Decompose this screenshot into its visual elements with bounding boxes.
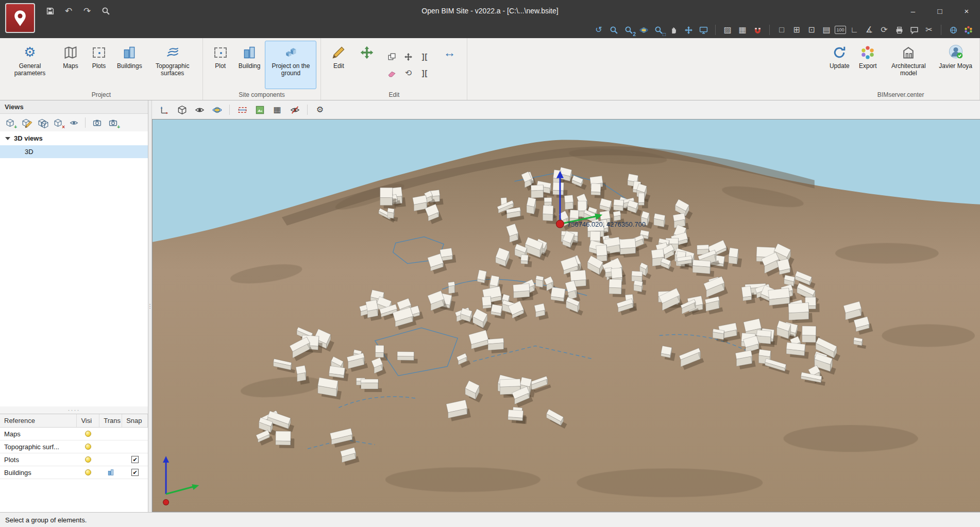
user-account-button[interactable]: Javier Moya (936, 41, 975, 89)
isometric-view-button[interactable] (175, 103, 189, 116)
move-view-button[interactable] (682, 24, 695, 36)
visibility-button[interactable] (192, 103, 207, 116)
tree-item-3d[interactable]: 3D (0, 145, 148, 158)
search-button[interactable] (99, 4, 112, 18)
select-window-button[interactable]: □ (775, 24, 788, 36)
snap-checkbox[interactable]: ✔ (131, 469, 139, 476)
gear-icon: ⚙ (24, 44, 36, 61)
zoom-window-icon (654, 26, 663, 35)
camera-view-button[interactable] (90, 116, 104, 129)
delete-view-button[interactable]: × (51, 116, 64, 129)
plots-button[interactable]: Plots (86, 41, 112, 89)
cut-button[interactable]: ✂ (922, 24, 936, 36)
window-title: Open BIM Site - v2022.a - [C:\...\new.bs… (421, 7, 558, 15)
measure-button[interactable]: ↔ (436, 41, 463, 89)
zoom-x2-button[interactable]: 2 (622, 24, 635, 36)
toolbar-separator (307, 105, 308, 115)
snap-checkbox[interactable]: ✔ (131, 456, 139, 463)
project-on-ground-button[interactable]: Project on the ground (265, 41, 316, 89)
grid-view-button[interactable]: ▦ (270, 103, 284, 116)
ribbon-group-project: ⚙ General parameters Maps Plots Building… (0, 38, 203, 100)
maximize-button[interactable]: □ (926, 0, 953, 22)
maps-button[interactable]: Maps (57, 41, 84, 89)
copy-camera-button[interactable]: + (106, 116, 120, 129)
save-button[interactable] (43, 4, 57, 18)
translucency-icon[interactable] (107, 469, 114, 476)
regen-button[interactable]: ⟳ (877, 24, 891, 36)
copy-view-button[interactable] (35, 116, 48, 129)
undo-button[interactable]: ↶ (62, 4, 75, 18)
orbit-view-button[interactable] (210, 103, 224, 116)
move-tool-button[interactable] (400, 49, 416, 64)
minimize-button[interactable]: – (900, 0, 926, 22)
plot-boundary-icon (93, 44, 105, 61)
visibility-bulb-icon[interactable] (85, 444, 91, 450)
window-controls: – □ × (900, 0, 980, 22)
web-button[interactable] (947, 24, 960, 36)
zoom-extents-icon (610, 26, 618, 35)
panel-splitter[interactable]: ···· (0, 406, 148, 414)
plot-button[interactable]: Plot (207, 41, 234, 89)
architecture-icon (901, 44, 916, 61)
visibility-bulb-icon[interactable] (85, 456, 91, 463)
angle-button[interactable]: ∡ (863, 24, 876, 36)
textures-button[interactable] (252, 103, 267, 116)
general-parameters-button[interactable]: ⚙ General parameters (4, 41, 56, 89)
pattern-button[interactable]: ▦ (736, 24, 749, 36)
new-view-button[interactable]: + (3, 116, 16, 129)
close-button[interactable]: × (953, 0, 980, 22)
print-button[interactable] (892, 24, 906, 36)
pan-button[interactable] (667, 24, 680, 36)
view-settings-button[interactable]: ⚙ (313, 103, 327, 116)
edit-view-button[interactable] (19, 116, 32, 129)
move-elements-button[interactable] (353, 41, 380, 89)
rotate-tool-button[interactable]: ⟲ (400, 65, 416, 81)
table-row-topographic[interactable]: Topographic surf... (0, 440, 148, 453)
table-row-plots[interactable]: Plots ✔ (0, 453, 148, 466)
view-visibility-button[interactable] (67, 116, 80, 129)
architectural-model-button[interactable]: Architectural model (883, 41, 934, 89)
building-button[interactable]: Building (235, 41, 264, 89)
render-button[interactable] (961, 24, 975, 36)
magnet-icon (753, 26, 762, 35)
topographic-surfaces-button[interactable]: Topographic surfaces (147, 41, 198, 89)
orbit-button[interactable] (637, 24, 650, 36)
globe-icon (949, 26, 958, 35)
dimension-button[interactable]: ▤ (820, 24, 833, 36)
3d-viewport[interactable]: 756746.020, 4276350.700 (152, 119, 980, 512)
units-button[interactable]: 100 (835, 26, 846, 34)
erase-tool-button[interactable] (384, 65, 399, 81)
ucs-axes-button[interactable] (157, 103, 172, 116)
polyline-button[interactable]: ∟ (848, 24, 861, 36)
comment-button[interactable] (907, 24, 921, 36)
views-tree: 3D views 3D (0, 131, 148, 406)
orbit-icon (212, 105, 222, 115)
rotate-view-button[interactable]: ↺ (592, 24, 605, 36)
snap-point-button[interactable]: ⊡ (805, 24, 818, 36)
section-box-button[interactable] (235, 103, 249, 116)
buildings-button[interactable]: Buildings (114, 41, 145, 89)
copy-tool-button[interactable] (384, 49, 399, 64)
status-message: Select a group of elements. (5, 516, 87, 524)
update-button[interactable]: Update (826, 41, 853, 89)
align-tool-button[interactable]: ][ (417, 49, 432, 64)
table-row-maps[interactable]: Maps (0, 428, 148, 440)
distribute-tool-button[interactable]: ][ (417, 65, 432, 81)
table-row-buildings[interactable]: Buildings ✔ (0, 466, 148, 479)
edit-button[interactable]: Edit (325, 41, 352, 89)
grid-button[interactable]: ⊞ (790, 24, 803, 36)
redo-button[interactable]: ↷ (80, 4, 94, 18)
fit-screen-button[interactable] (697, 24, 710, 36)
viewport-toolbar: ▦ ⚙ (152, 100, 980, 119)
hidden-elements-button[interactable] (288, 103, 302, 116)
zoom-window-button[interactable]: □ (652, 24, 665, 36)
tree-group-3d-views[interactable]: 3D views (0, 131, 148, 145)
snap-magnet-button[interactable] (751, 24, 764, 36)
visibility-bulb-icon[interactable] (85, 469, 91, 475)
sidebar-splitter[interactable]: ⋮ (148, 100, 152, 512)
export-button[interactable]: Export (854, 41, 881, 89)
hatch-button[interactable]: ▨ (721, 24, 734, 36)
visibility-bulb-icon[interactable] (85, 431, 91, 437)
zoom-extents-button[interactable] (607, 24, 620, 36)
coordinate-readout: 756746.020, 4276350.700 (567, 220, 646, 228)
